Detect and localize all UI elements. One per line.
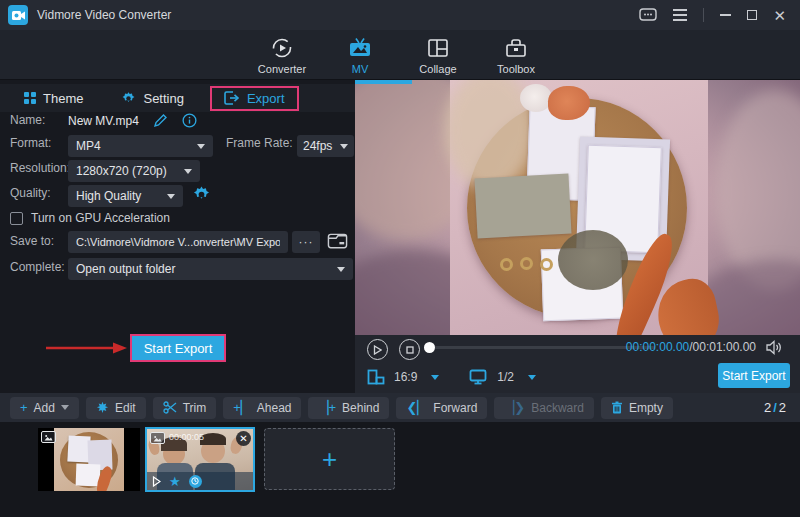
converter-icon (270, 36, 294, 60)
timeline-clip-1[interactable] (38, 428, 140, 491)
forward-label: Forward (433, 401, 477, 415)
add-clip-plus-icon: + (322, 444, 337, 475)
titlebar-divider (703, 8, 704, 22)
minimize-button[interactable] (720, 14, 731, 16)
resolution-dropdown[interactable]: 1280x720 (720p) (68, 160, 200, 182)
clip-toolbar: + Add Edit Trim +▏ Ahead ▕+ Behind ❮▏ Fo… (0, 393, 800, 422)
title-bar: Vidmore Video Converter ✕ (0, 0, 800, 30)
magic-wand-icon (96, 401, 109, 414)
tab-setting[interactable]: Setting (111, 87, 193, 110)
volume-icon[interactable] (766, 340, 784, 355)
format-dropdown[interactable]: MP4 (68, 135, 213, 157)
clip-play-icon[interactable] (152, 476, 161, 487)
mv-icon (347, 36, 373, 60)
name-value: New MV.mp4 (68, 114, 139, 128)
add-button[interactable]: + Add (10, 397, 79, 419)
tab-export-label: Export (247, 91, 285, 106)
tab-collage[interactable]: Collage (399, 32, 477, 75)
tab-theme-label: Theme (43, 91, 83, 106)
quality-settings-gear-icon[interactable] (192, 185, 211, 204)
leaves (558, 230, 628, 290)
video-preview (355, 80, 800, 335)
backward-label: Backward (531, 401, 584, 415)
clip-effect-star-icon[interactable]: ★ (169, 475, 181, 488)
plus-icon: + (20, 400, 28, 415)
add-clip-slot[interactable]: + (264, 428, 395, 490)
play-button[interactable] (367, 339, 388, 360)
clip-counter: 2/2 (764, 400, 786, 415)
frame-rate-value: 24fps (303, 139, 332, 153)
slider-handle[interactable] (424, 342, 435, 353)
screen-icon (469, 369, 487, 385)
tab-toolbox-label: Toolbox (497, 63, 535, 75)
trim-button[interactable]: Trim (153, 397, 217, 419)
menu-icon[interactable] (673, 9, 687, 21)
wedding-ring (540, 258, 553, 271)
save-to-value: C:\Vidmore\Vidmore V...onverter\MV Expor… (76, 236, 280, 248)
tab-export[interactable]: Export (210, 86, 299, 111)
image-type-icon (150, 432, 165, 444)
window-title: Vidmore Video Converter (37, 8, 171, 22)
start-export-button-preview[interactable]: Start Export (718, 363, 790, 388)
browse-path-button[interactable]: ··· (292, 231, 320, 253)
clip-action-bar: ★ (147, 472, 253, 490)
preview-progress-strip (355, 80, 412, 84)
current-time: 00:00:00.00 (626, 340, 689, 354)
screen-page-dropdown[interactable] (528, 375, 536, 380)
toolbox-icon (504, 36, 528, 60)
forward-button[interactable]: ❮▏ Forward (396, 397, 487, 419)
behind-button[interactable]: ▕+ Behind (308, 397, 389, 419)
vidmore-video-converter-window: Vidmore Video Converter ✕ Converter (0, 0, 800, 517)
screen-page-value: 1/2 (497, 370, 514, 384)
tab-theme[interactable]: Theme (14, 87, 93, 110)
total-time: 00:01:00.00 (693, 340, 756, 354)
clip-duration-clock-icon[interactable] (189, 475, 202, 488)
backward-button[interactable]: ▕❯ Backward (494, 397, 594, 419)
backward-icon: ▕❯ (504, 400, 525, 415)
ahead-icon: +▏ (233, 400, 251, 415)
frame-rate-dropdown[interactable]: 24fps (297, 135, 354, 157)
aspect-ratio-icon (367, 369, 385, 385)
empty-button[interactable]: Empty (601, 397, 673, 419)
export-icon (224, 91, 240, 105)
maximize-button[interactable] (747, 10, 757, 20)
frame-rate-label: Frame Rate: (226, 136, 293, 150)
save-to-path-field[interactable]: C:\Vidmore\Vidmore V...onverter\MV Expor… (68, 231, 288, 253)
tab-setting-label: Setting (143, 91, 183, 106)
timeline-clip-2-selected[interactable]: 00:00:05 ✕ ★ (145, 427, 255, 492)
feedback-icon[interactable] (639, 8, 657, 22)
add-label: Add (34, 401, 55, 415)
empty-label: Empty (629, 401, 663, 415)
gpu-acceleration-checkbox[interactable] (10, 212, 23, 225)
scissors-icon (163, 401, 177, 414)
aspect-ratio-dropdown[interactable] (431, 375, 439, 380)
counter-separator: / (771, 400, 779, 415)
tab-converter-label: Converter (258, 63, 306, 75)
complete-dropdown[interactable]: Open output folder (68, 258, 353, 280)
progress-slider[interactable] (425, 346, 655, 349)
tab-converter[interactable]: Converter (243, 32, 321, 75)
rename-pencil-icon[interactable] (153, 113, 168, 128)
red-pointer-arrow (44, 341, 128, 355)
time-display: 00:00:00.00/00:01:00.00 (626, 340, 756, 354)
wedding-ring (520, 257, 533, 270)
start-export-button[interactable]: Start Export (130, 334, 226, 362)
stop-button[interactable] (399, 339, 420, 360)
close-button[interactable]: ✕ (773, 8, 786, 23)
preview-photo (450, 80, 708, 335)
theme-icon (24, 92, 36, 104)
envelope (474, 174, 571, 239)
edit-button[interactable]: Edit (86, 397, 146, 419)
info-icon[interactable] (182, 113, 197, 128)
open-folder-icon[interactable] (327, 232, 348, 251)
tab-toolbox[interactable]: Toolbox (477, 32, 555, 75)
quality-dropdown[interactable]: High Quality (68, 185, 183, 207)
remove-clip-icon[interactable]: ✕ (236, 431, 251, 446)
tab-mv[interactable]: MV (321, 32, 399, 75)
trash-icon (611, 401, 623, 414)
main-nav: Converter MV Collage Toolbox (0, 30, 800, 80)
ahead-button[interactable]: +▏ Ahead (223, 397, 301, 419)
player-controls: 00:00:00.00/00:01:00.00 16:9 1/2 Start E… (355, 335, 800, 393)
export-settings-panel: Theme Setting Export Name: New MV.mp4 (0, 80, 355, 393)
collage-icon (426, 36, 450, 60)
